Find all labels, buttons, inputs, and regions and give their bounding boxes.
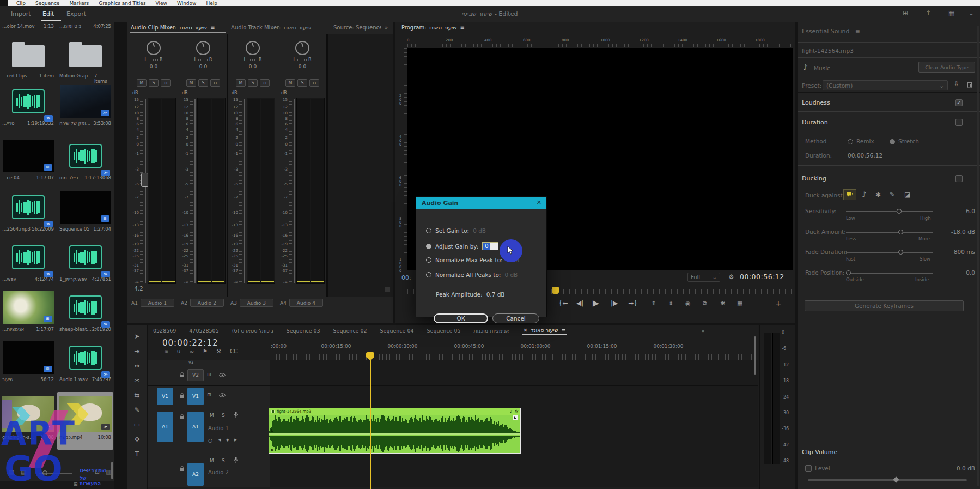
set-gain-option[interactable]: Set Gain to:0 dB	[426, 227, 486, 234]
menu-icon[interactable]: ≡	[86, 481, 90, 487]
duration-value[interactable]: 00:00:56:12	[848, 152, 882, 159]
scrollbar[interactable]	[111, 462, 113, 479]
keyframe-button[interactable]: ⊙	[309, 79, 319, 87]
cancel-button[interactable]: Cancel	[492, 313, 539, 323]
zoom-slider-handle[interactable]	[42, 470, 47, 475]
play-button[interactable]: ▶	[593, 298, 599, 308]
track-a2-badge[interactable]: A2	[187, 463, 204, 486]
new-bin-icon[interactable]: ⊡	[95, 468, 100, 475]
duck-sfx-button[interactable]: ✱	[875, 191, 881, 198]
go-to-out-button[interactable]: →}	[628, 299, 638, 307]
timeline-toolbar-icon[interactable]: ⧈	[165, 348, 168, 355]
button-editor-icon[interactable]: ▦	[737, 300, 742, 307]
workspaces-icon[interactable]: ⊞	[903, 9, 908, 17]
close-icon[interactable]: ✕	[524, 327, 528, 333]
fader-track[interactable]	[145, 99, 146, 283]
fade-position-slider[interactable]	[846, 273, 933, 274]
panel-overflow-icon[interactable]: »	[702, 328, 705, 334]
level-slider-handle[interactable]	[893, 476, 899, 482]
zoom-level-dropdown[interactable]: Full⌄	[687, 273, 720, 282]
fade-duration-slider[interactable]	[846, 252, 933, 253]
mute-button[interactable]: M	[236, 79, 246, 87]
duck-amount-slider[interactable]	[846, 232, 933, 233]
project-item-sequence[interactable]: ⊞ Sequence 051:27:04	[57, 189, 113, 232]
sequence-tab[interactable]: 470528505	[189, 328, 218, 334]
fader-track[interactable]	[244, 99, 245, 283]
duck-music-button[interactable]: ♪	[862, 190, 866, 198]
timeline-toolbar-icon[interactable]: ∞	[190, 348, 194, 355]
current-timecode-partial[interactable]: 00:	[401, 274, 416, 281]
pan-knob[interactable]	[295, 41, 309, 55]
solo-button[interactable]: S	[149, 79, 159, 87]
project-item-audio[interactable]: ≫ …2564.mp356:22609	[0, 189, 56, 232]
project-item-video[interactable]: ⊞ …אנימציות1:17:07	[0, 289, 56, 332]
radio-icon[interactable]	[426, 228, 431, 233]
sequence-tab[interactable]: (6) ג כותל סטארס	[232, 328, 273, 334]
keyframe-toggle-icon[interactable]: ○	[208, 438, 212, 443]
normalize-all-peaks-option[interactable]: Normalize All Peaks to:0 dB	[426, 271, 518, 278]
project-item-bin[interactable]: …red Clips1 item	[0, 36, 56, 79]
export-frame-button[interactable]: ◉	[685, 300, 691, 307]
fader-value[interactable]: -4.2	[132, 286, 143, 292]
sequence-tab[interactable]: Sequence 04	[380, 328, 414, 334]
loudness-checkbox[interactable]: ✓	[955, 99, 963, 106]
project-item-audio[interactable]: ≫ טריילר מתו…1:17:13068	[57, 138, 113, 180]
track-a1-badge[interactable]: A1	[187, 412, 204, 442]
settings-wrench-icon[interactable]: ⚙	[728, 273, 734, 281]
tool-icon[interactable]: ⇥	[134, 348, 139, 355]
mic-icon[interactable]	[234, 412, 238, 418]
pan-value[interactable]: 0.0	[129, 64, 178, 69]
grid-icon[interactable]: ⊞	[74, 481, 78, 487]
comparison-view-button[interactable]: ⧉	[703, 300, 707, 307]
dialog-title-bar[interactable]: Audio Gain ✕	[416, 197, 546, 209]
keyframe-button[interactable]: ⊙	[260, 79, 270, 87]
new-item-icon[interactable]: ▥	[106, 468, 111, 475]
tool-icon[interactable]: T	[135, 451, 139, 458]
project-item-audio[interactable]: ≫ …wav4:12474	[0, 239, 56, 282]
prev-keyframe-icon[interactable]: ◀	[218, 438, 221, 442]
pan-knob[interactable]	[246, 41, 260, 55]
project-item-sequence[interactable]: ⊞ שיעור56:12	[0, 340, 56, 382]
export-icon[interactable]: ↥	[926, 9, 931, 17]
go-to-in-button[interactable]: {←	[558, 299, 568, 307]
sequence-tab[interactable]: אנימציות מוכנות	[474, 328, 509, 334]
tab-source[interactable]: Source: Sequence	[333, 25, 381, 31]
add-keyframe-icon[interactable]: ◆	[226, 438, 229, 442]
level-slider[interactable]	[808, 479, 967, 481]
tool-icon[interactable]: ⇆	[134, 392, 139, 399]
radio-icon-selected[interactable]	[426, 244, 431, 249]
keyframe-button[interactable]: ⊙	[210, 79, 220, 87]
fader-track[interactable]	[294, 99, 295, 283]
fader-track[interactable]	[194, 99, 196, 283]
track-v1-badge[interactable]: V1	[187, 388, 204, 405]
timeline-toolbar-icon[interactable]: ⚑	[203, 348, 208, 355]
clear-audio-type-button[interactable]: Clear Audio Type	[918, 62, 975, 73]
pan-value[interactable]: 0.0	[278, 64, 327, 69]
menu-item[interactable]: Window	[177, 1, 197, 6]
sequence-tab[interactable]: Sequence 03	[287, 328, 320, 334]
solo-button[interactable]: S	[222, 458, 225, 463]
track-name-button[interactable]: Audio 1	[141, 299, 174, 307]
gain-value-input[interactable]: 0	[482, 242, 498, 250]
menu-item[interactable]: Markers	[69, 1, 89, 6]
project-item[interactable]: …ב ט ומונו4:07:25	[57, 22, 113, 29]
project-item-video-selected[interactable]: ≫ כבשה.mp410:08	[57, 392, 113, 450]
project-item-video[interactable]: ≫ עומק של שירה…3:53:08	[57, 83, 113, 126]
step-forward-button[interactable]: |▶	[611, 299, 618, 307]
tool-icon[interactable]: ✎	[134, 407, 139, 414]
pan-knob[interactable]	[196, 41, 210, 55]
timeline-toolbar-icon[interactable]: CC	[230, 348, 238, 355]
project-item-audio[interactable]: ≫ 1_קריוק.wav4:27851	[57, 239, 113, 282]
source-a1-badge[interactable]: A1	[157, 412, 173, 442]
clip-handle[interactable]	[513, 415, 518, 420]
panel-menu-icon[interactable]: ≡	[210, 25, 215, 31]
radio-icon[interactable]	[426, 272, 431, 277]
tool-icon[interactable]: ✥	[134, 436, 139, 443]
solo-button[interactable]: S	[297, 79, 307, 87]
mute-button[interactable]: M	[210, 458, 214, 463]
radio-icon[interactable]	[426, 257, 431, 263]
mute-button[interactable]: M	[186, 79, 196, 87]
sequence-tab-active[interactable]: ✕ שיעור סאונד ≡	[522, 326, 567, 335]
eye-icon[interactable]	[219, 393, 226, 397]
lift-button[interactable]: ⇞	[651, 300, 656, 307]
